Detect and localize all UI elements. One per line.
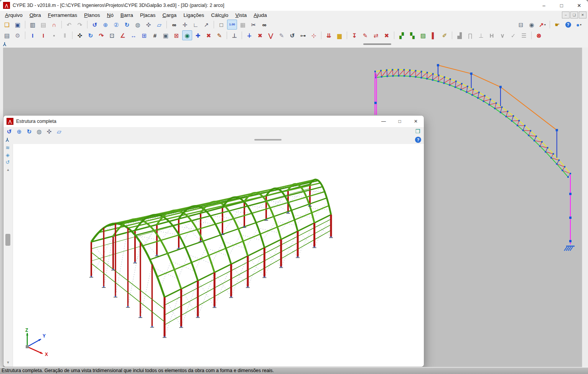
import-dxf-icon[interactable]: ▥ (28, 20, 38, 30)
redraw-icon[interactable]: ↻ (25, 127, 34, 136)
zoom-all-icon[interactable]: ⊕ (15, 127, 24, 136)
print-icon[interactable]: ⊟ (516, 20, 526, 30)
license-icon[interactable]: ☛ (552, 20, 562, 30)
new-stiffener-icon[interactable]: ▌ (429, 30, 439, 40)
supports-icon[interactable]: ⊥ (229, 30, 239, 40)
join-bars-icon[interactable]: ⊶ (298, 30, 308, 40)
child-close-button[interactable]: ✕ (408, 116, 424, 127)
scroll-up-icon[interactable]: ▲ (4, 168, 12, 173)
child-drag-handle[interactable] (254, 139, 282, 141)
load-machine-icon[interactable]: ▆ (334, 30, 344, 40)
dimension-bar-icon[interactable]: ↔ (128, 30, 138, 40)
zoom-all-icon[interactable]: ⊕ (100, 20, 110, 30)
open-file-icon[interactable]: ❏ (2, 20, 12, 30)
edit-bar-icon[interactable]: ✎ (277, 30, 287, 40)
book-contents-icon[interactable]: ❒ (414, 127, 422, 135)
scrollbar-thumb[interactable] (5, 234, 10, 246)
pan-icon[interactable]: ✜ (143, 20, 153, 30)
new-node-icon[interactable]: ✚ (193, 30, 203, 40)
capture-box-icon[interactable]: ▣ (161, 30, 171, 40)
web-services-icon[interactable]: ●▾ (574, 20, 584, 30)
move-load-icon[interactable]: ⇄ (371, 30, 381, 40)
child-minimize-button[interactable]: — (376, 116, 392, 127)
zoom-window-icon[interactable]: ◍ (35, 127, 44, 136)
edit-load-icon[interactable]: ✎ (360, 30, 370, 40)
grow-bar-icon[interactable]: ⋁ (266, 30, 276, 40)
mdi-minimize-button[interactable]: – (562, 12, 570, 18)
general-options-icon[interactable]: ⚙ (13, 30, 23, 40)
menu-item-vista[interactable]: Vista (232, 11, 250, 19)
menu-item-placas[interactable]: Placas (137, 11, 159, 19)
move-node-icon[interactable]: ✜ (75, 30, 85, 40)
axes-3d-icon[interactable]: Y (4, 137, 10, 143)
zoom-window-icon[interactable]: ◍ (133, 20, 143, 30)
layers-icon[interactable]: ≋ (3, 144, 12, 151)
measure-coordinates-icon[interactable]: ✛ (180, 20, 190, 30)
delete-load-icon[interactable]: ✖ (382, 30, 392, 40)
menu-item-carga[interactable]: Carga (159, 11, 180, 19)
help-icon[interactable]: ? (563, 20, 573, 30)
describe-profile-icon[interactable]: I (28, 30, 38, 40)
model-viewport[interactable]: ≋◈↺ ▲ ▼ ZYX (3, 144, 424, 367)
menu-item-no[interactable]: Nó (104, 11, 117, 19)
maximize-button[interactable]: □ (553, 0, 570, 11)
dimension-grid-icon[interactable]: ⊞ (139, 30, 149, 40)
delete-node-icon[interactable]: ✖ (204, 30, 214, 40)
new-tie-icon[interactable]: ▞ (397, 30, 407, 40)
local-axes-icon[interactable]: ∠ (118, 30, 128, 40)
menu-item-calculo[interactable]: Cálculo (208, 11, 232, 19)
mdi-close-button[interactable]: ✕ (579, 12, 586, 18)
edit-node-icon[interactable]: ✎ (214, 30, 224, 40)
load-hypotheses-icon[interactable]: ⇊ (324, 30, 334, 40)
orthogonal-icon[interactable]: ∟ (191, 20, 201, 30)
right-scroll-strip[interactable] (582, 48, 588, 367)
menu-item-barra[interactable]: Barra (117, 11, 137, 19)
scroll-down-icon[interactable]: ▼ (4, 361, 12, 366)
close-button[interactable]: ✕ (570, 0, 588, 11)
menu-item-ligacoes[interactable]: Ligações (180, 11, 208, 19)
mdi-restore-button[interactable]: ❏ (570, 12, 578, 18)
title-bar[interactable]: ⋀ CYPE 3D - v2018.m - [C:\CYPE Ingeniero… (0, 0, 588, 11)
menu-item-ferramentas[interactable]: Ferramentas (44, 11, 81, 19)
capture-off-icon[interactable]: ⊠ (171, 30, 181, 40)
zoom-previous-icon[interactable]: ↺ (90, 20, 100, 30)
delete-bar-icon[interactable]: ✖ (255, 30, 265, 40)
edit-tie-icon[interactable]: ▨ (418, 30, 428, 40)
capture-magnet-icon[interactable]: ∩ (49, 20, 59, 30)
rotate-view-icon[interactable]: ↺ (3, 159, 12, 166)
snapshot-icon[interactable]: ◉ (527, 20, 537, 30)
rotate-bar-icon[interactable]: ↺ (287, 30, 297, 40)
true-scale-icon[interactable]: 1.00 (227, 20, 237, 30)
delete-tie-icon[interactable]: ▚ (407, 30, 417, 40)
errors-warning-icon[interactable]: ⊗ (534, 30, 544, 40)
help-icon[interactable]: ? (415, 137, 421, 143)
config-tools-icon[interactable]: ✂ (249, 20, 259, 30)
search-binoculars-icon[interactable]: ∞ (169, 20, 179, 30)
section-box-icon[interactable]: ⊡ (107, 30, 117, 40)
rotate-icon[interactable]: ↻ (86, 30, 96, 40)
axes-3d-icon[interactable]: Y (2, 41, 8, 47)
zoom-double-icon[interactable]: ② (111, 20, 121, 30)
new-bar-icon[interactable]: ∔ (244, 30, 254, 40)
child-title-bar[interactable]: ⋀ Estrutura completa —□✕ (3, 116, 424, 127)
full-window-icon[interactable]: ▱ (154, 20, 164, 30)
left-scroll-strip[interactable] (0, 48, 3, 367)
turn-section-icon[interactable]: ↷ (96, 30, 106, 40)
menu-item-planos[interactable]: Planos (81, 11, 103, 19)
find-element-icon[interactable]: ∞ (259, 20, 269, 30)
plate-outline-icon[interactable]: □ (216, 20, 226, 30)
zoom-previous-icon[interactable]: ↺ (5, 127, 14, 136)
dimension-icon[interactable]: ↗ (201, 20, 211, 30)
magic-edit-icon[interactable]: ✐ (440, 30, 450, 40)
toolbar-drag-handle[interactable] (363, 43, 391, 45)
mesh-grid-icon[interactable]: # (150, 30, 160, 40)
menu-item-obra[interactable]: Obra (26, 11, 44, 19)
solid-view-icon[interactable]: ◈ (3, 151, 12, 159)
job-data-icon[interactable]: ▤ (2, 30, 12, 40)
minimize-button[interactable]: – (535, 0, 553, 11)
redraw-icon[interactable]: ↻ (122, 20, 132, 30)
view-axes-icon[interactable]: ◉ (182, 30, 192, 40)
child-maximize-button[interactable]: □ (392, 116, 408, 127)
pan-icon[interactable]: ✜ (44, 127, 54, 136)
save-icon[interactable]: ▣ (13, 20, 23, 30)
